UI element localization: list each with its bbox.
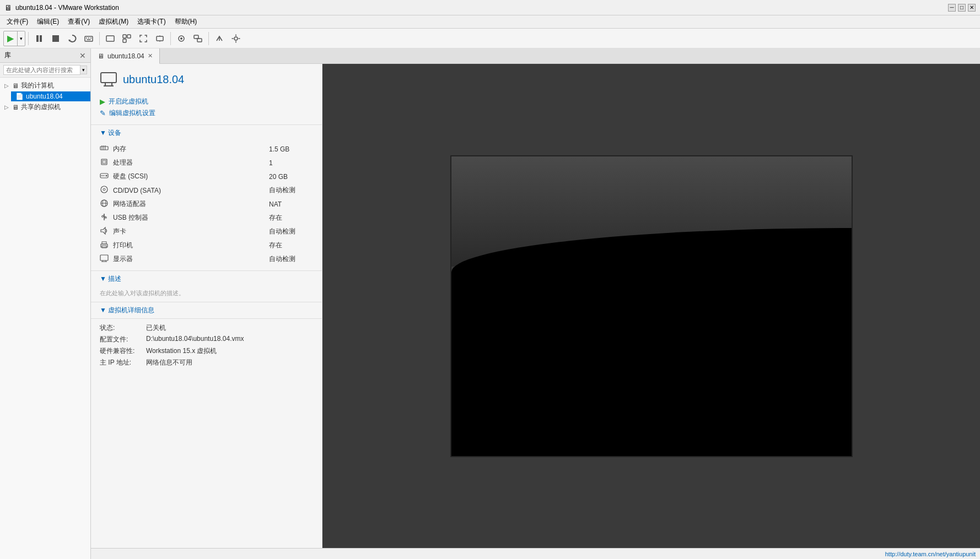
toolbar-btn-send-file[interactable] [212,31,227,46]
tab-ubuntu-label: ubuntu18.04 [107,52,144,60]
tab-vm-icon: 🖥 [98,52,104,60]
keyboard-icon [84,34,93,43]
vm-detail-panel: ubuntu18.04 ▶ 开启此虚拟机 ✎ 编辑虚拟机设置 ▼ 设备 [91,64,322,548]
toolbar-btn-restart[interactable] [64,31,80,46]
vm-title-icon [100,70,117,88]
library-header: 库 ✕ [0,48,90,63]
svg-point-39 [101,186,107,193]
scale-icon [155,34,164,43]
device-row-network[interactable]: 网络适配器 NAT [100,197,313,211]
toolbar-btn-settings[interactable] [228,31,244,46]
vminfo-section-header[interactable]: ▼ 虚拟机详细信息 [91,302,322,318]
edit-vm-link[interactable]: ✎ 编辑虚拟机设置 [100,108,313,118]
svg-rect-2 [52,35,59,42]
description-section: 在此处输入对该虚拟机的描述。 [91,287,322,302]
toolbar-btn-snap[interactable] [174,31,189,46]
svg-rect-53 [100,255,108,260]
menu-file[interactable]: 文件(F) [2,16,33,28]
vm-main: ubuntu18.04 ▶ 开启此虚拟机 ✎ 编辑虚拟机设置 ▼ 设备 [91,64,980,548]
device-row-sound[interactable]: 声卡 自动检测 [100,225,313,238]
hdd-name: 硬盘 (SCSI) [111,172,269,181]
ip-label: 主 IP 地址: [100,358,144,367]
tab-ubuntu[interactable]: 🖥 ubuntu18.04 ✕ [91,48,160,64]
menu-edit[interactable]: 编辑(E) [33,16,63,28]
hw-compat-value: Workstation 15.x 虚拟机 [146,346,217,356]
tree-item-shared-vms[interactable]: ▷ 🖥 共享的虚拟机 [0,101,90,113]
toolbar-btn-normal[interactable] [103,31,118,46]
menu-tabs[interactable]: 选项卡(T) [133,16,170,28]
menu-help[interactable]: 帮助(H) [170,16,202,28]
sound-icon [100,226,111,237]
pause-icon [35,34,44,43]
menu-vm[interactable]: 虚拟机(M) [94,16,133,28]
device-row-printer[interactable]: 打印机 存在 [100,238,313,252]
toolbar-btn-stop[interactable] [48,31,63,46]
cpu-name: 处理器 [111,158,269,167]
separator-1 [28,32,29,45]
memory-icon [100,144,111,154]
library-close-button[interactable]: ✕ [79,51,86,60]
play-button-group[interactable]: ▶ ▾ [3,31,25,46]
svg-rect-13 [157,36,163,41]
device-row-cddvd[interactable]: CD/DVD (SATA) 自动检测 [100,183,313,197]
expand-icon: ▷ [4,83,10,89]
device-row-hdd[interactable]: 硬盘 (SCSI) 20 GB [100,170,313,183]
cddvd-icon [100,185,111,196]
tab-close-button[interactable]: ✕ [148,52,153,59]
send-file-icon [215,34,224,43]
ubuntu-vm-icon: 📄 [15,93,24,100]
toolbar-btn-unity[interactable] [119,31,134,46]
vm-info-row-ip: 主 IP 地址: 网络信息不可用 [100,357,313,368]
library-search-dropdown[interactable]: ▾ [80,66,87,74]
cddvd-value: 自动检测 [269,186,313,195]
svg-rect-48 [105,217,106,218]
device-row-cpu[interactable]: 处理器 1 [100,156,313,170]
start-vm-link[interactable]: ▶ 开启此虚拟机 [100,97,313,106]
hdd-icon [100,171,111,182]
description-section-header[interactable]: ▼ 描述 [91,270,322,287]
svg-rect-19 [197,39,202,42]
device-row-display[interactable]: 显示器 自动检测 [100,252,313,266]
edit-vm-label: 编辑虚拟机设置 [109,108,155,118]
toolbar-btn-send-keys[interactable] [81,31,96,46]
unity-view-icon [122,34,131,43]
play-button[interactable]: ▶ [4,32,17,45]
vm-info-row-config: 配置文件: D:\ubuntu18.04\ubuntu18.04.vmx [100,334,313,345]
title-bar-text: ubuntu18.04 - VMware Workstation [15,4,119,12]
svg-rect-12 [123,39,126,42]
library-search-input[interactable] [3,65,80,75]
maximize-button[interactable]: □ [958,4,966,12]
svg-rect-4 [85,36,93,41]
vm-preview[interactable] [322,64,980,548]
svg-rect-9 [106,36,114,41]
svg-rect-11 [127,35,131,38]
title-bar: 🖥 ubuntu18.04 - VMware Workstation ─ □ ✕ [0,0,980,15]
tree-item-ubuntu[interactable]: 📄 ubuntu18.04 [11,91,90,101]
sound-name: 声卡 [111,227,269,236]
svg-rect-18 [194,35,198,39]
svg-point-17 [180,37,182,40]
vm-info-row-status: 状态: 已关机 [100,322,313,334]
toolbar-btn-fullscreen[interactable] [136,31,151,46]
play-dropdown[interactable]: ▾ [17,31,25,46]
shared-vms-icon: 🖥 [12,104,19,111]
separator-4 [208,32,209,45]
status-url[interactable]: http://duty.team.cn/net/yantiupunit [885,551,976,557]
toolbar-btn-pause[interactable] [31,31,47,46]
toolbar-btn-manage-snap[interactable] [190,31,206,46]
hw-compat-label: 硬件兼容性: [100,346,144,356]
devices-section-header[interactable]: ▼ 设备 [91,124,322,141]
tab-bar: 🖥 ubuntu18.04 ✕ [91,48,980,64]
menu-view[interactable]: 查看(V) [63,16,94,28]
memory-value: 1.5 GB [269,145,313,153]
minimize-button[interactable]: ─ [948,4,956,12]
tree-item-my-computer[interactable]: ▷ 🖥 我的计算机 [0,80,90,91]
toolbar-btn-scale[interactable] [152,31,168,46]
close-button[interactable]: ✕ [968,4,976,12]
svg-point-40 [103,188,105,191]
start-vm-label: 开启此虚拟机 [109,97,148,106]
content-area: 🖥 ubuntu18.04 ✕ ubuntu18.04 ▶ [91,48,980,559]
device-row-memory[interactable]: 内存 1.5 GB [100,142,313,156]
device-row-usb[interactable]: USB 控制器 存在 [100,211,313,225]
description-section-label: ▼ 描述 [100,274,121,284]
